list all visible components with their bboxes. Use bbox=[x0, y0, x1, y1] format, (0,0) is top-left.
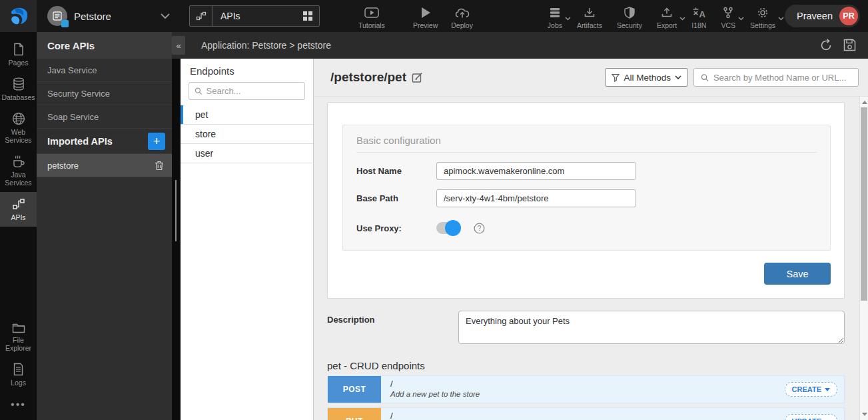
sidebar-item-java-service[interactable]: Java Service bbox=[37, 59, 172, 82]
user-menu[interactable]: Praveen PR bbox=[785, 5, 860, 27]
update-action-button[interactable]: UPDATE bbox=[785, 414, 837, 420]
endpoint-path: / bbox=[390, 410, 785, 420]
preview-button[interactable]: Preview bbox=[413, 3, 438, 29]
export-label: Export bbox=[657, 21, 677, 29]
project-avatar bbox=[47, 6, 67, 26]
sidebar-item-apis[interactable]: APIs bbox=[0, 192, 37, 227]
security-button[interactable]: Security bbox=[617, 3, 642, 29]
endpoint-item-pet[interactable]: pet bbox=[181, 105, 313, 125]
apis-icon bbox=[12, 197, 25, 211]
crud-row-post[interactable]: POST / Add a new pet to the store CREATE bbox=[327, 375, 845, 403]
i18n-button[interactable]: A I18N bbox=[691, 3, 706, 29]
sidebar-item-logs[interactable]: Logs bbox=[0, 357, 37, 392]
settings-button[interactable]: Settings bbox=[750, 3, 775, 29]
sidebar-item-databases[interactable]: Databases bbox=[0, 72, 37, 107]
save-button[interactable]: Save bbox=[764, 263, 831, 285]
collapse-sidebar-button[interactable]: « bbox=[172, 36, 185, 55]
sidebar-item-file-explorer[interactable]: File Explorer bbox=[0, 317, 37, 357]
endpoints-search[interactable] bbox=[189, 82, 305, 100]
refresh-icon[interactable] bbox=[819, 39, 833, 52]
deploy-icon bbox=[455, 7, 470, 19]
sidebar-item-petstore[interactable]: petstore bbox=[37, 154, 172, 177]
vertical-scrollbar[interactable] bbox=[859, 97, 868, 420]
methods-filter-dropdown[interactable]: All Methods bbox=[605, 68, 688, 87]
sidebar-item-web-services[interactable]: Web Services bbox=[0, 107, 37, 149]
left-icon-rail: Pages Databases Web Services Java Servic… bbox=[0, 32, 37, 420]
chevron-down-icon[interactable] bbox=[160, 13, 171, 19]
description-textarea[interactable]: Everything about your Pets bbox=[458, 311, 845, 344]
grid-icon[interactable] bbox=[302, 10, 319, 22]
resource-selector[interactable]: APIs bbox=[189, 5, 320, 27]
panel-gutter bbox=[172, 59, 181, 420]
svg-text:A: A bbox=[699, 9, 706, 19]
project-name: Petstore bbox=[74, 11, 153, 22]
scroll-down-arrow[interactable] bbox=[862, 413, 867, 416]
endpoints-panel: Endpoints pet store user bbox=[181, 59, 314, 420]
jobs-button[interactable]: Jobs bbox=[548, 3, 562, 29]
edit-icon[interactable] bbox=[412, 72, 423, 83]
filter-icon bbox=[612, 73, 620, 82]
i18n-label: I18N bbox=[691, 21, 706, 29]
settings-label: Settings bbox=[750, 21, 775, 29]
jobs-label: Jobs bbox=[548, 21, 562, 29]
description-label: Description bbox=[327, 311, 458, 344]
use-proxy-toggle[interactable] bbox=[436, 222, 459, 234]
deploy-label: Deploy bbox=[451, 21, 473, 29]
tutorials-icon bbox=[364, 7, 379, 19]
core-apis-header: Core APIs bbox=[37, 32, 172, 59]
jobs-icon bbox=[549, 7, 561, 19]
create-action-button[interactable]: CREATE bbox=[785, 382, 837, 397]
api-sidebar: Core APIs Java Service Security Service … bbox=[37, 32, 172, 420]
sidebar-item-java-services[interactable]: Java Services bbox=[0, 149, 37, 192]
tutorials-button[interactable]: Tutorials bbox=[358, 3, 385, 29]
gutter-scrollbar[interactable] bbox=[175, 180, 177, 241]
trash-icon[interactable] bbox=[155, 160, 164, 171]
preview-icon bbox=[420, 7, 431, 19]
api-node-icon bbox=[190, 6, 213, 26]
main-header: /petstore/pet All Methods bbox=[314, 59, 868, 97]
security-shield-icon bbox=[624, 7, 635, 19]
page-title: /petstore/pet bbox=[330, 70, 423, 85]
application-context-bar: « Application: Petstore > petstore bbox=[172, 32, 868, 59]
sidebar-item-pages[interactable]: Pages bbox=[0, 37, 37, 72]
sidebar-item-soap-service[interactable]: Soap Service bbox=[37, 105, 172, 129]
more-options-icon[interactable]: ••• bbox=[0, 392, 37, 420]
method-badge-put: PUT bbox=[328, 408, 381, 420]
base-path-field[interactable] bbox=[436, 189, 636, 207]
chevron-down-icon bbox=[778, 17, 784, 21]
main-pane: /petstore/pet All Methods bbox=[314, 59, 868, 420]
help-icon[interactable]: ? bbox=[474, 223, 485, 234]
endpoints-search-input[interactable] bbox=[207, 86, 299, 96]
user-name: Praveen bbox=[797, 11, 833, 21]
export-icon bbox=[661, 7, 673, 19]
gear-icon bbox=[757, 7, 769, 19]
method-badge-post: POST bbox=[328, 376, 381, 403]
wavemaker-logo-icon bbox=[7, 5, 30, 27]
endpoint-item-store[interactable]: store bbox=[181, 125, 313, 144]
use-proxy-label: Use Proxy: bbox=[356, 223, 436, 233]
artifacts-button[interactable]: Artifacts bbox=[577, 3, 602, 29]
scroll-up-arrow[interactable] bbox=[862, 101, 867, 104]
export-button[interactable]: Export bbox=[657, 3, 677, 29]
scrollbar-thumb[interactable] bbox=[861, 107, 867, 301]
sidebar-item-security-service[interactable]: Security Service bbox=[37, 82, 172, 105]
branch-icon bbox=[722, 7, 734, 19]
project-avatar-badge bbox=[61, 20, 69, 27]
scroll-content: Basic configuration Host Name Base Path bbox=[314, 97, 859, 420]
method-search[interactable] bbox=[693, 68, 859, 87]
vcs-button[interactable]: VCS bbox=[721, 3, 735, 29]
method-search-input[interactable] bbox=[713, 73, 851, 83]
search-icon bbox=[195, 87, 203, 95]
add-api-button[interactable]: + bbox=[148, 133, 165, 150]
chevron-down-icon bbox=[565, 17, 571, 21]
coffee-cup-icon bbox=[12, 155, 25, 168]
wavemaker-logo[interactable] bbox=[0, 0, 37, 32]
crud-row-put[interactable]: PUT / Update an existing pet UPDATE bbox=[327, 407, 845, 420]
project-switcher[interactable]: Petstore bbox=[37, 6, 180, 26]
tutorials-label: Tutorials bbox=[358, 21, 385, 29]
save-icon[interactable] bbox=[843, 39, 856, 51]
endpoint-item-user[interactable]: user bbox=[181, 144, 313, 163]
deploy-button[interactable]: Deploy bbox=[451, 3, 473, 29]
folder-icon bbox=[12, 322, 25, 333]
host-name-field[interactable] bbox=[436, 162, 636, 180]
